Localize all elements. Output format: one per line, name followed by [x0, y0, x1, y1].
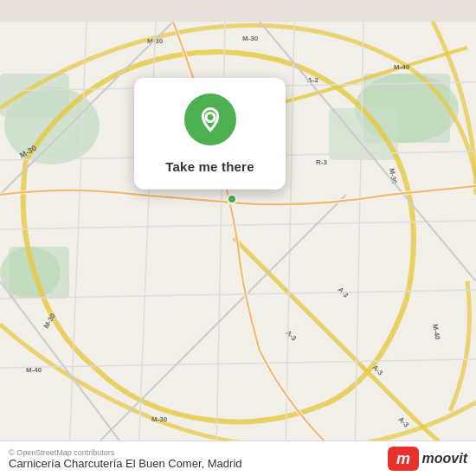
- svg-text:R-3: R-3: [316, 158, 327, 166]
- svg-point-39: [206, 113, 215, 122]
- map-background: M-30 M-30 M-30 M-30 M-30 M-30 M-40 M-40 …: [0, 0, 476, 476]
- map-container: M-30 M-30 M-30 M-30 M-30 M-30 M-40 M-40 …: [0, 0, 476, 476]
- moovit-logo: m moovit: [388, 447, 467, 471]
- svg-text:M-30: M-30: [242, 35, 259, 42]
- location-icon-wrapper: [184, 93, 236, 145]
- overlay-card: Take me there: [134, 78, 286, 190]
- attribution-text: © OpenStreetMap contributors: [9, 448, 242, 457]
- bottom-left-info: © OpenStreetMap contributors Carnicería …: [9, 448, 242, 470]
- moovit-wordmark: moovit: [422, 451, 467, 466]
- svg-point-38: [228, 195, 236, 203]
- take-me-there-button[interactable]: Take me there: [148, 156, 272, 177]
- svg-rect-2: [0, 74, 69, 117]
- place-name: Carnicería Charcutería El Buen Comer, Ma…: [9, 457, 242, 470]
- bottom-bar: © OpenStreetMap contributors Carnicería …: [0, 441, 476, 476]
- moovit-m-icon: m: [388, 447, 419, 471]
- svg-text:M-40: M-40: [394, 63, 410, 71]
- svg-text:M-30: M-30: [151, 415, 168, 423]
- location-pin-icon: [197, 106, 223, 132]
